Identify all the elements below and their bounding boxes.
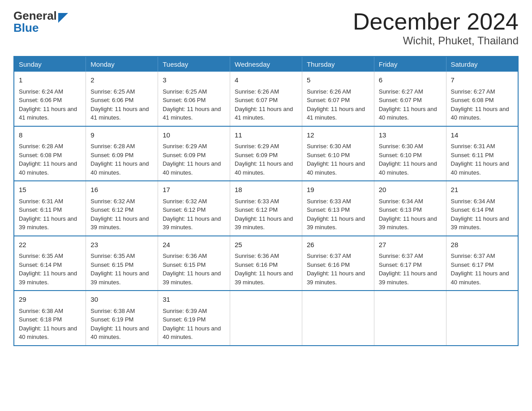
day-number: 17: [163, 185, 225, 195]
day-number: 31: [163, 295, 225, 305]
day-number: 19: [307, 185, 369, 195]
day-number: 7: [451, 75, 513, 86]
calendar-cell: 6Sunrise: 6:27 AMSunset: 6:07 PMDaylight…: [374, 72, 446, 126]
calendar-cell: 14Sunrise: 6:31 AMSunset: 6:11 PMDayligh…: [446, 126, 518, 181]
day-info: Sunrise: 6:36 AMSunset: 6:16 PMDaylight:…: [235, 253, 293, 286]
calendar-week-row: 29Sunrise: 6:38 AMSunset: 6:18 PMDayligh…: [14, 291, 518, 346]
day-number: 23: [90, 240, 153, 250]
day-info: Sunrise: 6:26 AMSunset: 6:07 PMDaylight:…: [235, 88, 293, 121]
calendar-cell: 9Sunrise: 6:28 AMSunset: 6:09 PMDaylight…: [86, 126, 158, 181]
calendar-cell: 15Sunrise: 6:31 AMSunset: 6:11 PMDayligh…: [14, 181, 86, 236]
day-number: 24: [163, 240, 225, 250]
day-info: Sunrise: 6:35 AMSunset: 6:14 PMDaylight:…: [19, 253, 77, 286]
day-info: Sunrise: 6:30 AMSunset: 6:10 PMDaylight:…: [307, 143, 365, 176]
day-number: 2: [90, 75, 153, 86]
weekday-header-tuesday: Tuesday: [158, 56, 230, 72]
calendar-cell: 10Sunrise: 6:29 AMSunset: 6:09 PMDayligh…: [158, 126, 230, 181]
calendar-cell: 7Sunrise: 6:27 AMSunset: 6:08 PMDaylight…: [446, 72, 518, 126]
day-info: Sunrise: 6:33 AMSunset: 6:13 PMDaylight:…: [307, 198, 365, 231]
day-info: Sunrise: 6:27 AMSunset: 6:07 PMDaylight:…: [379, 88, 437, 121]
weekday-header-row: SundayMondayTuesdayWednesdayThursdayFrid…: [14, 56, 518, 72]
day-info: Sunrise: 6:35 AMSunset: 6:15 PMDaylight:…: [90, 253, 149, 286]
day-number: 16: [90, 185, 153, 195]
day-number: 11: [235, 130, 297, 141]
calendar-cell: 18Sunrise: 6:33 AMSunset: 6:12 PMDayligh…: [230, 181, 302, 236]
calendar-cell: 4Sunrise: 6:26 AMSunset: 6:07 PMDaylight…: [230, 72, 302, 126]
calendar-cell: 5Sunrise: 6:26 AMSunset: 6:07 PMDaylight…: [302, 72, 374, 126]
day-info: Sunrise: 6:32 AMSunset: 6:12 PMDaylight:…: [163, 198, 221, 231]
day-number: 20: [379, 185, 442, 195]
day-number: 13: [379, 130, 442, 141]
day-number: 12: [307, 130, 369, 141]
calendar-cell: 29Sunrise: 6:38 AMSunset: 6:18 PMDayligh…: [14, 291, 86, 346]
day-info: Sunrise: 6:34 AMSunset: 6:13 PMDaylight:…: [379, 198, 437, 231]
day-number: 10: [163, 130, 225, 141]
calendar-cell: 31Sunrise: 6:39 AMSunset: 6:19 PMDayligh…: [158, 291, 230, 346]
calendar-cell: 20Sunrise: 6:34 AMSunset: 6:13 PMDayligh…: [374, 181, 446, 236]
calendar-cell: 27Sunrise: 6:37 AMSunset: 6:17 PMDayligh…: [374, 236, 446, 291]
day-info: Sunrise: 6:33 AMSunset: 6:12 PMDaylight:…: [235, 198, 293, 231]
day-number: 5: [307, 75, 369, 86]
calendar-cell: [446, 291, 518, 346]
calendar-cell: 23Sunrise: 6:35 AMSunset: 6:15 PMDayligh…: [86, 236, 158, 291]
calendar-cell: 28Sunrise: 6:37 AMSunset: 6:17 PMDayligh…: [446, 236, 518, 291]
day-info: Sunrise: 6:28 AMSunset: 6:08 PMDaylight:…: [19, 143, 77, 176]
day-info: Sunrise: 6:25 AMSunset: 6:06 PMDaylight:…: [90, 88, 149, 121]
calendar-cell: [374, 291, 446, 346]
day-info: Sunrise: 6:39 AMSunset: 6:19 PMDaylight:…: [163, 308, 221, 341]
calendar-cell: [302, 291, 374, 346]
day-number: 26: [307, 240, 369, 250]
day-info: Sunrise: 6:31 AMSunset: 6:11 PMDaylight:…: [19, 198, 77, 231]
calendar-cell: 22Sunrise: 6:35 AMSunset: 6:14 PMDayligh…: [14, 236, 86, 291]
day-info: Sunrise: 6:31 AMSunset: 6:11 PMDaylight:…: [451, 143, 509, 176]
weekday-header-thursday: Thursday: [302, 56, 374, 72]
day-info: Sunrise: 6:37 AMSunset: 6:17 PMDaylight:…: [379, 253, 437, 286]
calendar-cell: 3Sunrise: 6:25 AMSunset: 6:06 PMDaylight…: [158, 72, 230, 126]
day-number: 4: [235, 75, 297, 86]
day-info: Sunrise: 6:38 AMSunset: 6:19 PMDaylight:…: [90, 308, 149, 341]
day-number: 27: [379, 240, 442, 250]
day-info: Sunrise: 6:26 AMSunset: 6:07 PMDaylight:…: [307, 88, 365, 121]
calendar-cell: 12Sunrise: 6:30 AMSunset: 6:10 PMDayligh…: [302, 126, 374, 181]
day-info: Sunrise: 6:37 AMSunset: 6:16 PMDaylight:…: [307, 253, 365, 286]
calendar-cell: 30Sunrise: 6:38 AMSunset: 6:19 PMDayligh…: [86, 291, 158, 346]
day-info: Sunrise: 6:25 AMSunset: 6:06 PMDaylight:…: [163, 88, 221, 121]
day-number: 28: [451, 240, 513, 250]
day-info: Sunrise: 6:32 AMSunset: 6:12 PMDaylight:…: [90, 198, 149, 231]
calendar-cell: 8Sunrise: 6:28 AMSunset: 6:08 PMDaylight…: [14, 126, 86, 181]
calendar-cell: 16Sunrise: 6:32 AMSunset: 6:12 PMDayligh…: [86, 181, 158, 236]
calendar-week-row: 1Sunrise: 6:24 AMSunset: 6:06 PMDaylight…: [14, 72, 518, 126]
day-number: 3: [163, 75, 225, 86]
day-number: 15: [19, 185, 81, 195]
day-number: 21: [451, 185, 513, 195]
day-number: 6: [379, 75, 442, 86]
day-info: Sunrise: 6:30 AMSunset: 6:10 PMDaylight:…: [379, 143, 437, 176]
day-info: Sunrise: 6:24 AMSunset: 6:06 PMDaylight:…: [19, 88, 77, 121]
day-number: 29: [19, 295, 81, 305]
weekday-header-sunday: Sunday: [14, 56, 86, 72]
calendar-week-row: 8Sunrise: 6:28 AMSunset: 6:08 PMDaylight…: [14, 126, 518, 181]
day-number: 14: [451, 130, 513, 141]
calendar-table: SundayMondayTuesdayWednesdayThursdayFrid…: [13, 56, 519, 346]
weekday-header-friday: Friday: [374, 56, 446, 72]
weekday-header-wednesday: Wednesday: [230, 56, 302, 72]
calendar-week-row: 15Sunrise: 6:31 AMSunset: 6:11 PMDayligh…: [14, 181, 518, 236]
weekday-header-monday: Monday: [86, 56, 158, 72]
day-info: Sunrise: 6:28 AMSunset: 6:09 PMDaylight:…: [90, 143, 149, 176]
calendar-cell: 26Sunrise: 6:37 AMSunset: 6:16 PMDayligh…: [302, 236, 374, 291]
day-number: 30: [90, 295, 153, 305]
calendar-cell: [230, 291, 302, 346]
day-number: 9: [90, 130, 153, 141]
day-number: 8: [19, 130, 81, 141]
calendar-cell: 1Sunrise: 6:24 AMSunset: 6:06 PMDaylight…: [14, 72, 86, 126]
day-number: 1: [19, 75, 81, 86]
day-info: Sunrise: 6:36 AMSunset: 6:15 PMDaylight:…: [163, 253, 221, 286]
day-info: Sunrise: 6:38 AMSunset: 6:18 PMDaylight:…: [19, 308, 77, 341]
title-block: December 2024 Wichit, Phuket, Thailand: [353, 9, 519, 47]
calendar-cell: 25Sunrise: 6:36 AMSunset: 6:16 PMDayligh…: [230, 236, 302, 291]
calendar-cell: 13Sunrise: 6:30 AMSunset: 6:10 PMDayligh…: [374, 126, 446, 181]
calendar-week-row: 22Sunrise: 6:35 AMSunset: 6:14 PMDayligh…: [14, 236, 518, 291]
logo-blue-text: Blue: [13, 21, 68, 35]
month-title: December 2024: [353, 9, 519, 34]
location-title: Wichit, Phuket, Thailand: [353, 34, 519, 47]
